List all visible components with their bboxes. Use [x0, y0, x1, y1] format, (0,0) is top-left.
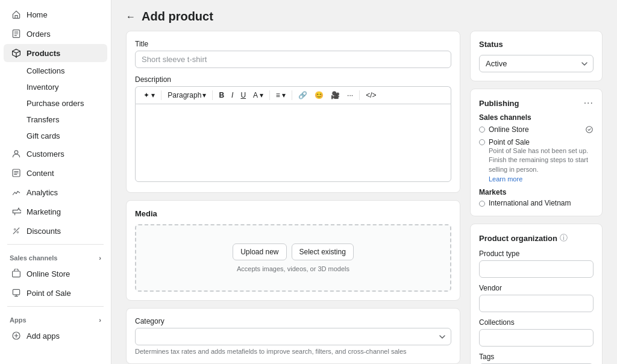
customers-icon — [11, 148, 22, 159]
sparkle-button[interactable]: ✦ ▾ — [140, 89, 158, 101]
online-store-channel: Online Store — [479, 125, 594, 136]
sidebar-item-products[interactable]: Products — [4, 44, 107, 62]
org-title: Product organization — [479, 234, 557, 243]
sidebar-item-discounts[interactable]: Discounts — [4, 222, 107, 240]
sidebar-item-purchase-orders[interactable]: Purchase orders — [4, 96, 107, 111]
select-existing-button[interactable]: Select existing — [292, 243, 354, 260]
analytics-icon — [11, 187, 22, 198]
sidebar-item-analytics[interactable]: Analytics — [4, 183, 107, 201]
text-color-button[interactable]: A ▾ — [250, 89, 266, 101]
online-store-dot — [479, 127, 485, 133]
align-button[interactable]: ≡ ▾ — [273, 89, 289, 101]
product-type-label: Product type — [479, 249, 594, 258]
inventory-label: Inventory — [27, 83, 58, 92]
gift-cards-label: Gift cards — [27, 131, 60, 140]
sidebar-item-customers-label: Customers — [27, 149, 64, 158]
vendor-label: Vendor — [479, 284, 594, 292]
online-store-icon — [11, 268, 22, 279]
svg-point-3 — [14, 228, 15, 230]
sidebar-item-add-apps-label: Add apps — [27, 331, 60, 340]
collections-input[interactable] — [479, 329, 594, 347]
emoji-button[interactable]: 😊 — [312, 89, 327, 101]
sidebar-item-transfers[interactable]: Transfers — [4, 112, 107, 127]
sidebar-item-analytics-label: Analytics — [27, 188, 58, 197]
media-card: Media Upload new Select existing Accepts… — [126, 200, 460, 301]
pos-channel: Point of Sale Point of Sale has not been… — [479, 138, 594, 183]
code-button[interactable]: </> — [363, 89, 379, 101]
collections-label: Collections — [27, 66, 65, 75]
toolbar-divider-4 — [292, 90, 292, 100]
market-item: International and Vietnam — [479, 199, 594, 207]
left-column: Title Description ✦ ▾ Paragraph ▾ B I U … — [126, 31, 460, 354]
transfers-label: Transfers — [27, 115, 59, 124]
publishing-card: Publishing ··· Sales channels Online Sto… — [470, 89, 603, 216]
sidebar-item-orders[interactable]: Orders — [4, 25, 107, 43]
status-select[interactable]: Active Draft — [479, 55, 594, 72]
sidebar-item-online-store[interactable]: Online Store — [4, 265, 107, 283]
online-store-channel-icon[interactable] — [585, 125, 594, 136]
sidebar-item-add-apps[interactable]: Add apps — [4, 327, 107, 345]
sidebar-item-inventory[interactable]: Inventory — [4, 80, 107, 95]
sidebar-item-products-label: Products — [27, 49, 60, 58]
sidebar-item-customers[interactable]: Customers — [4, 145, 107, 163]
category-select[interactable] — [135, 328, 451, 345]
sidebar-item-discounts-label: Discounts — [27, 227, 61, 236]
sidebar-item-home[interactable]: Home — [4, 5, 107, 24]
underline-button[interactable]: U — [237, 89, 249, 101]
sidebar-item-home-label: Home — [27, 10, 48, 19]
market-name: International and Vietnam — [489, 199, 571, 207]
sidebar-item-content[interactable]: Content — [4, 164, 107, 182]
upload-new-button[interactable]: Upload new — [233, 243, 286, 260]
collections-label: Collections — [479, 318, 594, 327]
link-button[interactable]: 🔗 — [295, 89, 310, 101]
publishing-header: Publishing ··· — [479, 98, 594, 108]
product-organization-card: Product organization ⓘ Product type Vend… — [470, 224, 603, 364]
products-icon — [11, 48, 22, 58]
home-icon — [11, 9, 22, 20]
sidebar-item-content-label: Content — [27, 169, 54, 178]
toolbar-divider-1 — [161, 90, 161, 100]
sidebar-item-point-of-sale[interactable]: Point of Sale — [4, 284, 107, 302]
apps-expand[interactable]: › — [99, 316, 101, 324]
upload-buttons: Upload new Select existing — [233, 243, 354, 260]
org-help-icon[interactable]: ⓘ — [560, 233, 568, 243]
sidebar-item-gift-cards[interactable]: Gift cards — [4, 128, 107, 143]
back-button[interactable]: ← — [126, 11, 136, 22]
tags-field: Tags — [479, 353, 594, 364]
category-card: Category Determines tax rates and adds m… — [126, 308, 460, 364]
toolbar-divider-2 — [212, 90, 213, 100]
sidebar-item-collections[interactable]: Collections — [4, 63, 107, 78]
sidebar-item-marketing[interactable]: Marketing — [4, 202, 107, 221]
vendor-input[interactable] — [479, 295, 594, 312]
purchase-orders-label: Purchase orders — [27, 99, 84, 108]
title-input[interactable] — [135, 51, 451, 68]
svg-rect-6 — [13, 289, 19, 295]
main-content: ← Add product Title Description ✦ ▾ Para… — [111, 0, 617, 364]
title-description-card: Title Description ✦ ▾ Paragraph ▾ B I U … — [126, 31, 460, 193]
page-header: ← Add product — [111, 0, 617, 31]
pos-learn-more-link[interactable]: Learn more — [489, 175, 522, 183]
description-textarea[interactable] — [135, 104, 451, 182]
publishing-more-button[interactable]: ··· — [584, 98, 594, 108]
paragraph-button[interactable]: Paragraph ▾ — [164, 89, 209, 101]
product-type-input[interactable] — [479, 260, 594, 278]
sidebar: Home Orders Products Collections Invento… — [0, 0, 111, 364]
online-store-channel-name: Online Store — [489, 125, 529, 134]
sales-channels-expand[interactable]: › — [99, 254, 101, 262]
markets-label: Markets — [479, 188, 594, 196]
upload-hint: Accepts images, videos, or 3D models — [237, 265, 349, 272]
sales-channels-label: Sales channels — [479, 113, 594, 122]
sidebar-divider-2 — [7, 306, 104, 307]
media-label: Media — [135, 209, 451, 218]
media-button[interactable]: 🎥 — [328, 89, 343, 101]
italic-button[interactable]: I — [228, 89, 236, 101]
marketing-icon — [11, 206, 22, 217]
tags-label: Tags — [479, 353, 594, 361]
more-toolbar-button[interactable]: ··· — [344, 89, 356, 101]
bold-button[interactable]: B — [216, 89, 227, 101]
apps-section: Apps › — [0, 310, 111, 326]
org-header: Product organization ⓘ — [479, 233, 594, 243]
sidebar-divider-1 — [7, 244, 104, 245]
vendor-field: Vendor — [479, 284, 594, 312]
category-hint: Determines tax rates and adds metafields… — [135, 348, 451, 355]
